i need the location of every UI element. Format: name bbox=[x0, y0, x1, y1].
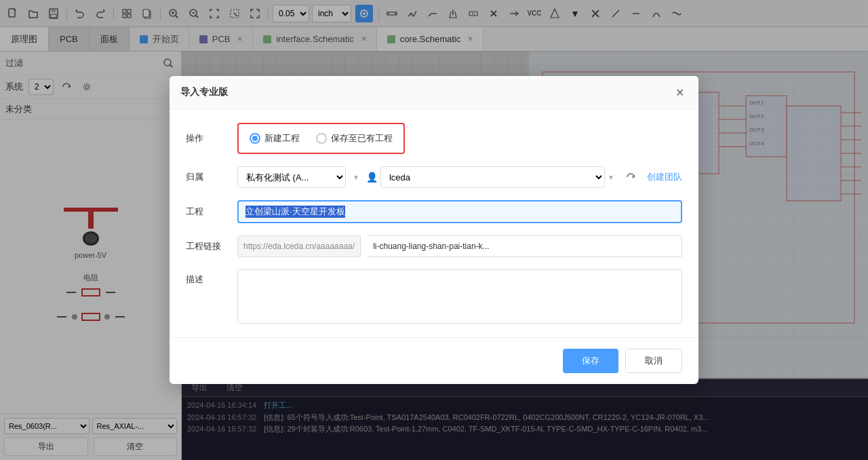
affiliation-content: 私有化测试 (A... ▼ 👤 lceda ▼ 创建团队 bbox=[237, 166, 682, 188]
refresh-team-button[interactable] bbox=[621, 168, 640, 187]
project-content bbox=[237, 200, 682, 223]
project-label: 工程 bbox=[186, 206, 226, 218]
operation-content: 新建工程 保存至已有工程 bbox=[237, 123, 682, 154]
dialog-close-button[interactable]: ✕ bbox=[671, 84, 688, 100]
import-dialog: 导入专业版 ✕ 操作 新建工程 bbox=[170, 76, 698, 384]
save-button[interactable]: 保存 bbox=[563, 349, 618, 373]
radio-new-label: 新建工程 bbox=[264, 132, 300, 145]
project-name-input[interactable] bbox=[237, 200, 682, 223]
dialog-footer: 保存 取消 bbox=[170, 337, 698, 384]
dialog-overlay: 导入专业版 ✕ 操作 新建工程 bbox=[0, 0, 868, 460]
operation-box: 新建工程 保存至已有工程 bbox=[237, 123, 405, 154]
org-chevron-icon: ▼ bbox=[353, 174, 359, 181]
desc-label: 描述 bbox=[186, 269, 226, 286]
create-team-link[interactable]: 创建团队 bbox=[647, 171, 682, 183]
dialog-title: 导入专业版 bbox=[180, 86, 228, 98]
radio-new-dot bbox=[252, 136, 258, 141]
team-row: 👤 lceda ▼ bbox=[366, 166, 614, 188]
desc-textarea[interactable] bbox=[237, 269, 682, 324]
user-icon: 👤 bbox=[366, 172, 378, 183]
team-select[interactable]: lceda bbox=[380, 166, 605, 188]
url-prefix: https://eda.lceda.cn/aaaaaaaa/ bbox=[237, 235, 361, 257]
desc-content bbox=[237, 269, 682, 324]
dialog-header: 导入专业版 ✕ bbox=[170, 76, 698, 109]
affiliation-label: 归属 bbox=[186, 171, 226, 183]
radio-save-existing[interactable]: 保存至已有工程 bbox=[316, 132, 393, 145]
dialog-body: 操作 新建工程 保存至已有工程 bbox=[170, 109, 698, 337]
project-row: 工程 bbox=[186, 200, 682, 223]
radio-existing-circle bbox=[316, 133, 327, 144]
project-link-row: 工程链接 https://eda.lceda.cn/aaaaaaaa/ li-c… bbox=[186, 235, 682, 257]
radio-new-project[interactable]: 新建工程 bbox=[250, 132, 300, 145]
cancel-button[interactable]: 取消 bbox=[625, 349, 682, 373]
radio-new-circle bbox=[250, 133, 260, 144]
description-row: 描述 bbox=[186, 269, 682, 324]
radio-existing-label: 保存至已有工程 bbox=[331, 132, 393, 145]
operation-row: 操作 新建工程 保存至已有工程 bbox=[186, 123, 682, 154]
org-select[interactable]: 私有化测试 (A... bbox=[237, 166, 346, 188]
team-chevron-icon: ▼ bbox=[608, 174, 614, 181]
project-link-content: https://eda.lceda.cn/aaaaaaaa/ li-chuang… bbox=[237, 235, 682, 257]
url-suffix-input[interactable]: li-chuang-liang-shan-pai-tian-k... bbox=[368, 235, 682, 257]
refresh-icon bbox=[626, 172, 635, 182]
operation-label: 操作 bbox=[186, 132, 226, 145]
project-link-label: 工程链接 bbox=[186, 240, 226, 252]
affiliation-row: 归属 私有化测试 (A... ▼ 👤 lceda ▼ bbox=[186, 166, 682, 188]
